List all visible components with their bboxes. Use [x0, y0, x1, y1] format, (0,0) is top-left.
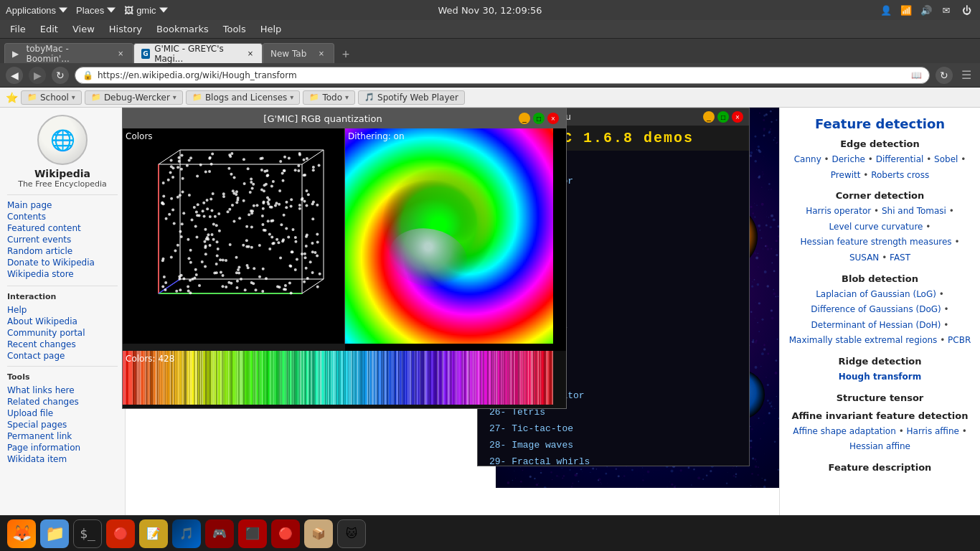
bookmark-blogs[interactable]: 📁 Blogs and Licenses ▾: [186, 90, 301, 105]
tab-close-gmic[interactable]: ×: [246, 49, 255, 59]
taskbar-icon-firefox[interactable]: 🦊: [7, 519, 36, 548]
wiki-globe: 🌐: [37, 115, 88, 165]
tab-newtab[interactable]: New Tab ×: [263, 43, 334, 63]
ridge-link-hough[interactable]: Hough transform: [839, 372, 921, 382]
tools-section: Tools What links here Related changes Up…: [7, 372, 118, 465]
refresh-button[interactable]: ↻: [52, 67, 69, 84]
blob-link-pcbr[interactable]: PCBR: [948, 335, 971, 345]
edge-link-roberts[interactable]: Roberts cross: [871, 170, 929, 180]
bookmark-debug[interactable]: 📁 Debug-Wercker ▾: [85, 90, 183, 105]
sidebar-link-help[interactable]: Help: [7, 304, 118, 316]
system-topbar: Applications Places 🖼 gmic Wed Nov 30, 1…: [0, 0, 980, 20]
shutdown-icon[interactable]: ⏻: [958, 2, 974, 18]
gmic-menu[interactable]: 🖼 gmic: [124, 5, 167, 16]
taskbar-icon-game2[interactable]: ⬛: [238, 519, 267, 548]
url-bar[interactable]: 🔒 https://en.wikipedia.org/wiki/Hough_tr…: [75, 67, 930, 84]
gmic-rgb-minimize[interactable]: _: [519, 113, 530, 124]
sidebar-link-pageinfo[interactable]: Page information: [7, 442, 118, 453]
sidebar-link-permalink[interactable]: Permanent link: [7, 430, 118, 442]
edge-link-deriche[interactable]: Deriche: [832, 154, 865, 164]
sidebar-link-wikidata[interactable]: Wikidata item: [7, 453, 118, 465]
tab-close-tobyMac[interactable]: ×: [116, 49, 126, 59]
affine-link-hessian[interactable]: Hessian affine: [849, 441, 910, 451]
corner-link-hessian[interactable]: Hessian feature strength measures: [800, 237, 951, 247]
sidebar-link-mainpage[interactable]: Main page: [7, 199, 118, 211]
blob-link-log[interactable]: Laplacian of Gaussian (LoG): [816, 289, 936, 299]
demo-item-29[interactable]: 29- Fractal whirls: [484, 453, 743, 466]
taskbar-icon-beige[interactable]: 📦: [304, 519, 333, 548]
corner-link-shi[interactable]: Shi and Tomasi: [882, 206, 946, 216]
menu-help[interactable]: Help: [255, 22, 288, 36]
wifi-icon[interactable]: 📶: [898, 2, 914, 18]
blob-link-dog[interactable]: Difference of Gaussians (DoG): [811, 304, 941, 314]
volume-icon[interactable]: 🔊: [918, 2, 934, 18]
sidebar-link-linkshere[interactable]: What links here: [7, 385, 118, 396]
sidebar-link-about[interactable]: About Wikipedia: [7, 316, 118, 327]
menu-tools[interactable]: Tools: [217, 22, 252, 36]
menu-history[interactable]: History: [103, 22, 148, 36]
sidebar-link-related[interactable]: Related changes: [7, 396, 118, 408]
taskbar-icon-terminal[interactable]: $_: [73, 519, 102, 548]
taskbar-icon-dark[interactable]: 🐱: [337, 519, 366, 548]
corner-link-fast[interactable]: FAST: [890, 253, 910, 263]
applications-menu[interactable]: Applications: [6, 5, 67, 16]
taskbar-icon-text[interactable]: 📝: [139, 519, 168, 548]
sidebar-toggle[interactable]: ☰: [958, 68, 974, 82]
gmic-rgb-close[interactable]: ×: [547, 113, 559, 124]
sidebar-link-featured[interactable]: Featured content: [7, 222, 118, 234]
affine-link-harris[interactable]: Harris affine: [907, 426, 959, 436]
sidebar-link-contents[interactable]: Contents: [7, 211, 118, 222]
sidebar-link-donate[interactable]: Donate to Wikipedia: [7, 257, 118, 268]
tab-close-newtab[interactable]: ×: [316, 49, 326, 59]
blob-link-doh[interactable]: Determinant of Hessian (DoH): [811, 320, 941, 330]
taskbar-icon-game3[interactable]: 🔴: [271, 519, 300, 548]
affine-link-shape[interactable]: Affine shape adaptation: [793, 426, 896, 436]
gmic-demo-maximize[interactable]: □: [717, 111, 729, 123]
sidebar-link-current[interactable]: Current events: [7, 234, 118, 245]
taskbar-icon-synaptic[interactable]: 🔴: [106, 519, 135, 548]
gmic-rgb-maximize[interactable]: □: [533, 113, 545, 124]
menu-view[interactable]: View: [67, 22, 100, 36]
back-button[interactable]: ◀: [6, 67, 23, 84]
forward-button[interactable]: ▶: [29, 67, 46, 84]
taskbar-icon-files[interactable]: 📁: [40, 519, 69, 548]
demo-item-27[interactable]: 27- Tic-tac-toe: [484, 420, 743, 437]
sidebar-link-upload[interactable]: Upload file: [7, 408, 118, 419]
sidebar-link-special[interactable]: Special pages: [7, 419, 118, 430]
gmic-demo-close[interactable]: ×: [732, 111, 743, 123]
edge-link-prewitt[interactable]: Prewitt: [831, 170, 861, 180]
taskbar-icon-game1[interactable]: 🎮: [205, 519, 234, 548]
mail-icon[interactable]: ✉: [938, 2, 954, 18]
menu-edit[interactable]: Edit: [34, 22, 64, 36]
sidebar-link-store[interactable]: Wikipedia store: [7, 268, 118, 280]
sidebar-link-community[interactable]: Community portal: [7, 327, 118, 339]
sidebar-link-changes[interactable]: Recent changes: [7, 339, 118, 350]
edge-link-differential[interactable]: Differential: [876, 154, 924, 164]
edge-link-canny[interactable]: Canny: [794, 154, 821, 164]
bookmark-todo[interactable]: 📁 Todo ▾: [303, 90, 355, 105]
demo-item-28[interactable]: 28- Image waves: [484, 437, 743, 453]
sidebar-link-contact[interactable]: Contact page: [7, 350, 118, 362]
tab-gmic[interactable]: G G'MIC - GREYC's Magi... ×: [133, 43, 263, 63]
places-menu[interactable]: Places: [76, 5, 116, 16]
sidebar-link-random[interactable]: Random article: [7, 245, 118, 257]
new-tab-button[interactable]: +: [337, 46, 354, 63]
gmic-demo-minimize[interactable]: _: [703, 111, 715, 123]
gmic-rgb-titlebar[interactable]: [G'MIC] RGB quantization _ □ ×: [123, 108, 566, 128]
bookmark-school[interactable]: 📁 School ▾: [21, 90, 82, 105]
reload-button[interactable]: ↻: [936, 67, 953, 84]
blob-link-mser[interactable]: Maximally stable extremal regions: [789, 335, 938, 345]
tab-tobyMac[interactable]: ▶ tobyMac - Boomin'... ×: [4, 43, 133, 63]
colorbar-label: Colors: 428: [126, 354, 174, 364]
user-icon[interactable]: 👤: [878, 2, 894, 18]
bookmark-spotify[interactable]: 🎵 Spotify Web Player: [358, 90, 465, 105]
menu-bookmarks[interactable]: Bookmarks: [151, 22, 215, 36]
corner-link-susan[interactable]: SUSAN: [849, 253, 879, 263]
taskbar-icon-lmms[interactable]: 🎵: [172, 519, 201, 548]
edge-link-sobel[interactable]: Sobel: [934, 154, 958, 164]
corner-link-harris[interactable]: Harris operator: [806, 206, 871, 216]
menu-file[interactable]: File: [4, 22, 32, 36]
svg-marker-1: [107, 7, 116, 12]
feature-desc-title: Feature description: [788, 462, 971, 473]
corner-link-level[interactable]: Level curve curvature: [829, 222, 923, 232]
